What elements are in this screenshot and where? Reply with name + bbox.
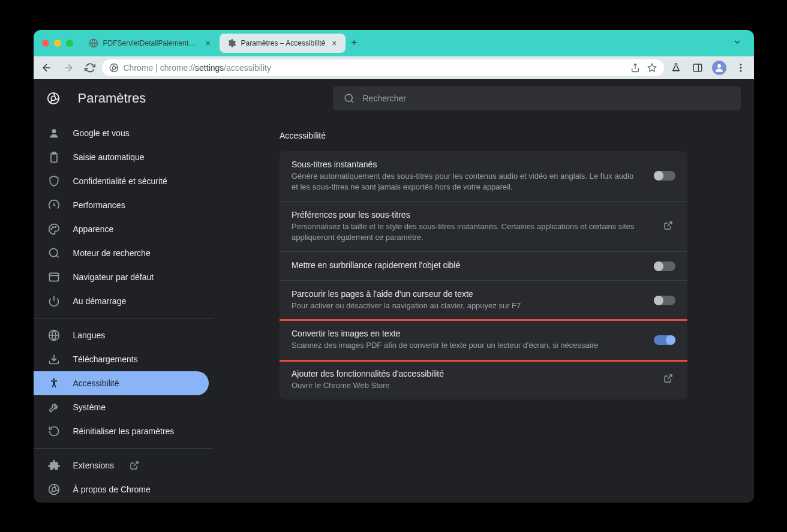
- row-title: Mettre en surbrillance rapidement l'obje…: [292, 260, 642, 270]
- settings-row[interactable]: Ajouter des fonctionnalités d'accessibil…: [280, 360, 687, 399]
- browser-icon: [48, 271, 60, 283]
- section-title: Accessibilité: [280, 131, 687, 140]
- sidebar-item-clipboard[interactable]: Saisie automatique: [34, 145, 209, 169]
- tab-pdf[interactable]: PDFServletDetailPaiementNont ×: [82, 34, 220, 53]
- new-tab-button[interactable]: +: [346, 35, 362, 52]
- toggle-switch[interactable]: [654, 171, 675, 181]
- download-icon: [48, 353, 60, 365]
- sidebar-item-browser[interactable]: Navigateur par défaut: [34, 265, 209, 289]
- tab-title: PDFServletDetailPaiementNont: [103, 39, 199, 47]
- row-description: Scannez des images PDF afin de convertir…: [292, 340, 642, 351]
- sidebar-item-accessibility[interactable]: Accessibilité: [34, 371, 209, 395]
- sidebar-item-palette[interactable]: Apparence: [34, 217, 209, 241]
- browser-window: PDFServletDetailPaiementNont × Paramètre…: [34, 30, 754, 503]
- settings-row: Parcourir les pages à l'aide d'un curseu…: [280, 281, 687, 320]
- external-link-icon[interactable]: [663, 374, 675, 386]
- svg-line-12: [351, 100, 353, 102]
- chrome-icon: [48, 483, 60, 495]
- person-icon: [48, 127, 60, 139]
- row-text: Convertir les images en texteScannez des…: [292, 329, 642, 351]
- sidebar-item-label: Performances: [73, 200, 125, 210]
- sidebar-item-person[interactable]: Google et vous: [34, 121, 209, 145]
- back-button[interactable]: [40, 61, 54, 75]
- bookmark-icon[interactable]: [647, 63, 657, 73]
- settings-row[interactable]: Préférences pour les sous-titresPersonna…: [280, 202, 687, 252]
- speed-icon: [48, 199, 60, 211]
- sidebar-item-reset[interactable]: Réinitialiser les paramètres: [34, 419, 209, 443]
- tab-settings[interactable]: Paramètres – Accessibilité ×: [220, 34, 346, 53]
- tab-close-button[interactable]: ×: [330, 39, 338, 47]
- sidebar-item-puzzle[interactable]: Extensions: [34, 453, 209, 477]
- toolbar: Chrome | chrome://settings/accessibility: [34, 56, 754, 79]
- clipboard-icon: [48, 151, 60, 163]
- sidebar-item-search[interactable]: Moteur de recherche: [34, 241, 209, 265]
- external-link-icon[interactable]: [663, 221, 675, 233]
- svg-point-18: [55, 226, 56, 227]
- tab-close-button[interactable]: ×: [204, 39, 212, 47]
- sidebar-item-label: Réinitialiser les paramètres: [73, 426, 175, 436]
- reset-icon: [48, 425, 60, 437]
- nav-buttons: [40, 61, 97, 75]
- sidebar-item-shield[interactable]: Confidentialité et sécurité: [34, 169, 209, 193]
- row-title: Convertir les images en texte: [292, 329, 642, 338]
- row-title: Ajouter des fonctionnalités d'accessibil…: [292, 369, 651, 378]
- row-title: Préférences pour les sous-titres: [292, 210, 651, 220]
- svg-line-20: [56, 255, 58, 257]
- profile-avatar[interactable]: [712, 61, 726, 75]
- window-maximize-button[interactable]: [66, 40, 73, 47]
- search-icon: [48, 247, 60, 259]
- sidebar-item-label: Système: [73, 402, 106, 412]
- omnibox-text: Chrome | chrome://settings/accessibility: [124, 63, 271, 73]
- window-close-button[interactable]: [42, 40, 49, 47]
- gear-icon: [227, 38, 236, 48]
- window-minimize-button[interactable]: [54, 40, 61, 47]
- svg-point-6: [740, 64, 741, 65]
- svg-point-9: [47, 92, 58, 103]
- share-icon[interactable]: [630, 63, 640, 73]
- sidebar-item-globe[interactable]: Langues: [34, 323, 209, 347]
- puzzle-icon: [48, 459, 60, 471]
- toggle-switch[interactable]: [654, 296, 675, 305]
- forward-button[interactable]: [61, 61, 76, 75]
- reload-button[interactable]: [83, 61, 97, 75]
- row-title: Parcourir les pages à l'aide d'un curseu…: [292, 289, 642, 299]
- row-title: Sous-titres instantanés: [292, 160, 642, 169]
- row-text: Ajouter des fonctionnalités d'accessibil…: [292, 369, 651, 391]
- svg-point-19: [49, 248, 57, 256]
- omnibox[interactable]: Chrome | chrome://settings/accessibility: [102, 59, 664, 76]
- sidebar-item-label: Au démarrage: [73, 296, 127, 306]
- toggle-switch[interactable]: [654, 262, 675, 271]
- search-input[interactable]: [363, 94, 730, 103]
- row-text: Sous-titres instantanésGénère automatiqu…: [292, 160, 642, 193]
- chevron-down-icon[interactable]: [729, 35, 746, 51]
- sidebar-item-download[interactable]: Téléchargements: [34, 347, 209, 371]
- globe-icon: [89, 38, 98, 48]
- sidebar-item-wrench[interactable]: Système: [34, 395, 209, 419]
- sidebar-item-power[interactable]: Au démarrage: [34, 289, 209, 313]
- settings-card: Sous-titres instantanésGénère automatiqu…: [280, 151, 687, 399]
- svg-point-7: [740, 67, 741, 68]
- svg-point-24: [53, 378, 55, 380]
- row-description: Personnalisez la taille et le style des …: [292, 221, 651, 243]
- sidebar-item-chrome[interactable]: À propos de Chrome: [34, 477, 209, 501]
- row-description: Pour activer ou désactiver la navigation…: [292, 300, 642, 311]
- toggle-switch[interactable]: [654, 335, 675, 345]
- settings-row: Mettre en surbrillance rapidement l'obje…: [280, 252, 687, 281]
- titlebar: PDFServletDetailPaiementNont × Paramètre…: [34, 30, 754, 56]
- sidebar-item-speed[interactable]: Performances: [34, 193, 209, 217]
- sidebar-item-label: Confidentialité et sécurité: [73, 176, 167, 186]
- labs-icon[interactable]: [669, 61, 683, 75]
- svg-rect-3: [693, 64, 702, 71]
- menu-icon[interactable]: [734, 61, 748, 75]
- side-panel-icon[interactable]: [690, 61, 705, 75]
- palette-icon: [48, 223, 60, 235]
- sidebar-item-label: À propos de Chrome: [73, 485, 151, 494]
- tab-title: Paramètres – Accessibilité: [241, 39, 326, 47]
- svg-point-17: [52, 226, 53, 227]
- external-link-icon: [130, 461, 139, 470]
- sidebar-item-label: Google et vous: [73, 128, 130, 138]
- search-box[interactable]: [333, 86, 741, 110]
- settings-header: Paramètres: [34, 79, 754, 118]
- sidebar-item-label: Apparence: [73, 224, 114, 234]
- svg-point-13: [52, 129, 56, 133]
